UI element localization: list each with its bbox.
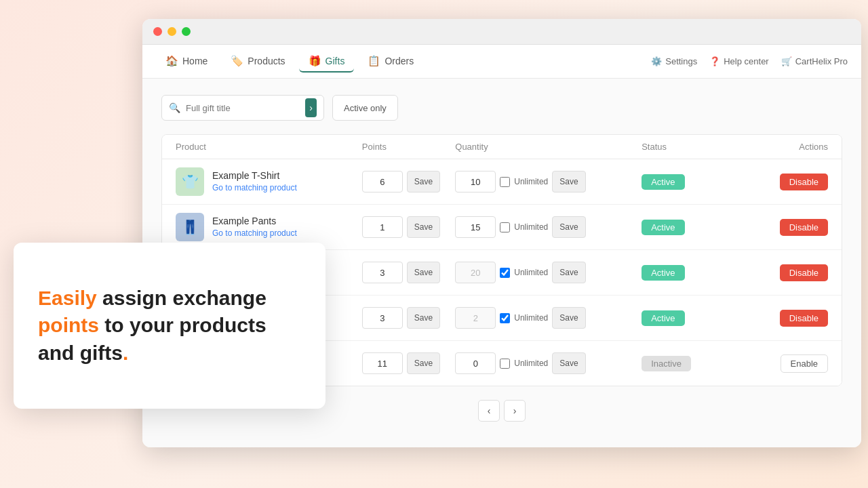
- disable-button-4[interactable]: Disable: [780, 310, 828, 327]
- qty-cell-1: Unlimited Save: [455, 171, 642, 192]
- points-save-button-2[interactable]: Save: [407, 216, 440, 238]
- points-save-button-4[interactable]: Save: [407, 307, 440, 329]
- status-cell-3: Active: [642, 265, 734, 281]
- enable-button-5[interactable]: Enable: [781, 354, 828, 373]
- status-badge-3: Active: [642, 265, 684, 281]
- qty-input-1[interactable]: [455, 171, 496, 192]
- disable-button-2[interactable]: Disable: [780, 219, 828, 236]
- status-badge-1: Active: [642, 174, 684, 190]
- qty-save-button-3[interactable]: Save: [552, 262, 585, 283]
- products-icon: 🏷️: [231, 55, 243, 67]
- nav-item-products[interactable]: 🏷️ Products: [221, 51, 294, 73]
- actions-cell-5: Enable: [735, 354, 828, 373]
- nav-label-gifts: Gifts: [326, 56, 345, 66]
- qty-input-2[interactable]: [455, 216, 496, 238]
- qty-input-4[interactable]: [455, 307, 496, 329]
- overlay-assign: assign exchange: [97, 287, 267, 309]
- product-cell-2: 👖 Example Pants Go to matching product: [176, 213, 362, 241]
- actions-cell-4: Disable: [735, 310, 828, 327]
- status-cell-5: Inactive: [642, 356, 734, 371]
- unlimited-checkbox-4[interactable]: [500, 313, 510, 323]
- points-input-2[interactable]: [362, 216, 403, 238]
- nav-item-home[interactable]: 🏠 Home: [156, 51, 217, 73]
- settings-nav[interactable]: ⚙️ Settings: [651, 56, 697, 66]
- cart-icon: 🛒: [781, 56, 792, 66]
- col-header-quantity: Quantity: [455, 142, 642, 152]
- overlay-card: Easily assign exchange points to your pr…: [14, 243, 326, 409]
- qty-save-button-1[interactable]: Save: [552, 171, 585, 192]
- unlimited-label-3: Unlimited: [514, 268, 548, 277]
- points-input-1[interactable]: [362, 171, 403, 192]
- points-cell-5: Save: [362, 352, 455, 374]
- product-image-1: 👕: [176, 167, 204, 196]
- status-cell-4: Active: [642, 310, 734, 326]
- product-link-1[interactable]: Go to matching product: [212, 183, 297, 192]
- qty-cell-2: Unlimited Save: [455, 216, 642, 238]
- unlimited-checkbox-1[interactable]: [500, 177, 510, 187]
- toolbar: 🔍 › Active only: [161, 95, 842, 121]
- help-icon: ❓: [709, 56, 720, 66]
- actions-cell-3: Disable: [735, 264, 828, 281]
- col-header-product: Product: [176, 142, 362, 152]
- overlay-text: Easily assign exchange points to your pr…: [38, 285, 301, 367]
- nav-label-products: Products: [248, 56, 285, 66]
- search-icon: 🔍: [169, 102, 180, 113]
- product-info-2: Example Pants Go to matching product: [212, 216, 297, 239]
- gifts-icon: 🎁: [309, 55, 321, 67]
- carthelix-nav[interactable]: 🛒 CartHelix Pro: [781, 56, 848, 66]
- unlimited-checkbox-2[interactable]: [500, 222, 510, 232]
- unlimited-label-4: Unlimited: [514, 313, 548, 323]
- search-input[interactable]: [186, 103, 300, 113]
- points-save-button-3[interactable]: Save: [407, 262, 440, 283]
- status-badge-5: Inactive: [642, 356, 691, 371]
- points-cell-1: Save: [362, 171, 455, 192]
- help-label: Help center: [724, 56, 768, 66]
- points-cell-2: Save: [362, 216, 455, 238]
- points-cell-4: Save: [362, 307, 455, 329]
- search-box: 🔍 ›: [161, 95, 324, 121]
- points-save-button-5[interactable]: Save: [407, 352, 440, 374]
- product-name-1: Example T-Shirt: [212, 170, 297, 181]
- qty-input-3[interactable]: [455, 262, 496, 283]
- disable-button-3[interactable]: Disable: [780, 264, 828, 281]
- actions-cell-1: Disable: [735, 174, 828, 190]
- disable-button-1[interactable]: Disable: [780, 174, 828, 190]
- nav-item-gifts[interactable]: 🎁 Gifts: [299, 51, 355, 73]
- help-nav[interactable]: ❓ Help center: [709, 56, 768, 66]
- points-save-button-1[interactable]: Save: [407, 171, 440, 192]
- overlay-easily: Easily: [38, 287, 97, 309]
- product-name-2: Example Pants: [212, 216, 297, 226]
- table-header: Product Points Quantity Status Actions: [162, 135, 842, 159]
- nav-right: ⚙️ Settings ❓ Help center 🛒 CartHelix Pr…: [651, 56, 848, 66]
- nav-item-orders[interactable]: 📋 Orders: [358, 51, 423, 73]
- points-input-5[interactable]: [362, 352, 403, 374]
- settings-icon: ⚙️: [651, 56, 662, 66]
- product-link-2[interactable]: Go to matching product: [212, 228, 297, 238]
- minimize-button[interactable]: [167, 27, 176, 36]
- status-badge-4: Active: [642, 310, 684, 326]
- qty-save-button-4[interactable]: Save: [552, 307, 585, 329]
- unlimited-checkbox-5[interactable]: [500, 359, 510, 369]
- unlimited-label-5: Unlimited: [514, 359, 548, 368]
- qty-save-button-2[interactable]: Save: [552, 216, 585, 238]
- unlimited-checkbox-3[interactable]: [500, 268, 510, 278]
- qty-input-5[interactable]: [455, 352, 496, 374]
- home-icon: 🏠: [165, 55, 178, 67]
- overlay-points: points: [38, 314, 99, 336]
- next-page-button[interactable]: ›: [504, 400, 526, 422]
- close-button[interactable]: [153, 27, 162, 36]
- prev-page-button[interactable]: ‹: [478, 400, 500, 422]
- qty-save-button-5[interactable]: Save: [552, 352, 585, 374]
- nav-bar: 🏠 Home 🏷️ Products 🎁 Gifts 📋 Orders ⚙️ S…: [142, 45, 861, 79]
- maximize-button[interactable]: [182, 27, 191, 36]
- col-header-points: Points: [362, 142, 455, 152]
- product-cell-1: 👕 Example T-Shirt Go to matching product: [176, 167, 362, 196]
- points-input-3[interactable]: [362, 262, 403, 283]
- points-input-4[interactable]: [362, 307, 403, 329]
- active-only-toggle[interactable]: Active only: [332, 95, 398, 121]
- search-submit-button[interactable]: ›: [305, 98, 317, 117]
- qty-cell-4: Unlimited Save: [455, 307, 642, 329]
- col-header-actions: Actions: [735, 142, 828, 152]
- orders-icon: 📋: [368, 55, 380, 67]
- status-badge-2: Active: [642, 220, 684, 235]
